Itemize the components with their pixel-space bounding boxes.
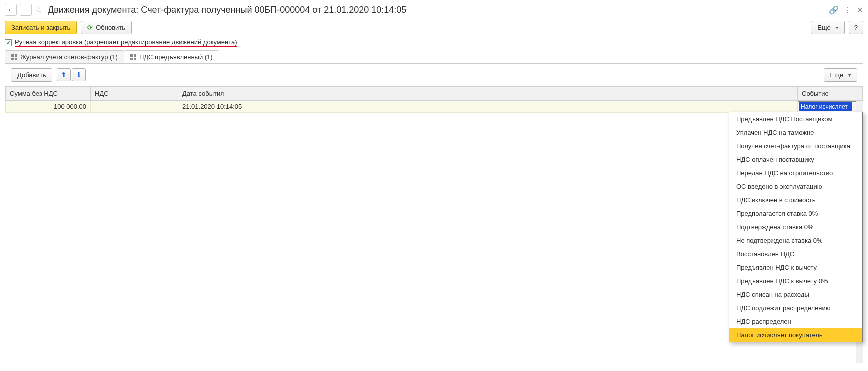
tab-nds-presented[interactable]: НДС предъявленный (1): [124, 50, 219, 63]
event-dropdown-item[interactable]: Предъявлен НДС к вычету 0%: [729, 274, 862, 288]
save-and-close-label: Записать и закрыть: [11, 24, 70, 31]
page-title: Движения документа: Счет-фактура получен…: [48, 5, 406, 15]
event-dropdown-item[interactable]: НДС списан на расходы: [729, 288, 862, 301]
cell-date[interactable]: 21.01.2020 10:14:05: [178, 101, 798, 113]
event-dropdown-item[interactable]: ОС введено в эксплуатацию: [729, 180, 862, 193]
save-and-close-button[interactable]: Записать и закрыть: [5, 21, 77, 34]
cell-sum[interactable]: 100 000,00: [6, 101, 91, 113]
kebab-menu-icon[interactable]: ⋮: [844, 5, 852, 15]
nav-back-button[interactable]: ←: [5, 4, 17, 16]
add-row-label: Добавить: [17, 71, 46, 79]
close-icon[interactable]: ✕: [857, 5, 863, 15]
col-header-event[interactable]: Событие: [798, 87, 863, 101]
refresh-button[interactable]: ⟳ Обновить: [81, 21, 132, 34]
event-dropdown-item[interactable]: НДС подлежит распределению: [729, 301, 862, 315]
event-input[interactable]: Налог исчисляет: [799, 102, 852, 111]
tab-nds-presented-label: НДС предъявленный (1): [139, 53, 213, 61]
table-row[interactable]: 100 000,00 21.01.2020 10:14:05 Налог исч…: [6, 101, 863, 113]
event-dropdown-item[interactable]: Передан НДС на строительство: [729, 166, 862, 180]
event-dropdown-item[interactable]: Предъявлен НДС Поставщиком: [729, 112, 862, 126]
cell-nds[interactable]: [91, 101, 178, 113]
event-dropdown-list: Предъявлен НДС ПоставщикомУплачен НДС на…: [729, 112, 863, 342]
arrow-up-icon: ⬆: [61, 71, 67, 79]
move-down-button[interactable]: ⬇: [72, 68, 86, 81]
help-button[interactable]: ?: [849, 21, 863, 34]
event-dropdown-item[interactable]: Налог исчисляет покупатель: [729, 328, 862, 342]
more-table-label: Еще: [830, 71, 843, 79]
event-dropdown-item[interactable]: Уплачен НДС на таможне: [729, 126, 862, 139]
manual-edit-label: Ручная корректировка (разрешает редактир…: [15, 38, 237, 47]
cell-event[interactable]: Налог исчисляет ▼ Предъявлен НДС Поставщ…: [798, 101, 863, 113]
refresh-label: Обновить: [96, 24, 125, 31]
more-label: Еще: [817, 24, 830, 31]
event-dropdown-item[interactable]: Не подтверждена ставка 0%: [729, 234, 862, 247]
event-dropdown-item[interactable]: Подтверждена ставка 0%: [729, 220, 862, 234]
col-header-nds[interactable]: НДС: [91, 87, 178, 101]
favorite-star-icon[interactable]: ☆: [35, 4, 43, 15]
grid-icon: [11, 54, 17, 60]
more-button-table[interactable]: Еще: [824, 68, 857, 82]
link-icon[interactable]: 🔗: [829, 5, 839, 15]
col-header-date[interactable]: Дата события: [178, 87, 798, 101]
help-label: ?: [854, 24, 858, 31]
arrow-down-icon: ⬇: [76, 71, 82, 79]
event-dropdown-item[interactable]: Предъявлен НДС к вычету: [729, 261, 862, 274]
data-table: Сумма без НДС НДС Дата события Событие 1…: [5, 86, 863, 363]
add-row-button[interactable]: Добавить: [11, 68, 52, 82]
tab-invoice-journal[interactable]: Журнал учета счетов-фактур (1): [5, 50, 124, 63]
event-dropdown-item[interactable]: Восстановлен НДС: [729, 247, 862, 261]
move-up-button[interactable]: ⬆: [57, 68, 71, 81]
event-dropdown-item[interactable]: Предполагается ставка 0%: [729, 207, 862, 220]
more-button-top[interactable]: Еще: [811, 21, 844, 34]
nav-forward-button[interactable]: →: [20, 4, 32, 16]
event-dropdown-item[interactable]: НДС включен в стоимость: [729, 193, 862, 207]
manual-edit-checkbox[interactable]: ✔: [5, 39, 12, 46]
col-header-sum[interactable]: Сумма без НДС: [6, 87, 91, 101]
tab-invoice-journal-label: Журнал учета счетов-фактур (1): [20, 53, 118, 61]
event-dropdown-item[interactable]: НДС оплачен поставщику: [729, 153, 862, 166]
event-dropdown-item[interactable]: Получен счет-фактура от поставщика: [729, 139, 862, 153]
refresh-icon: ⟳: [87, 24, 93, 31]
event-dropdown-item[interactable]: НДС распределен: [729, 315, 862, 328]
grid-icon: [130, 54, 136, 60]
